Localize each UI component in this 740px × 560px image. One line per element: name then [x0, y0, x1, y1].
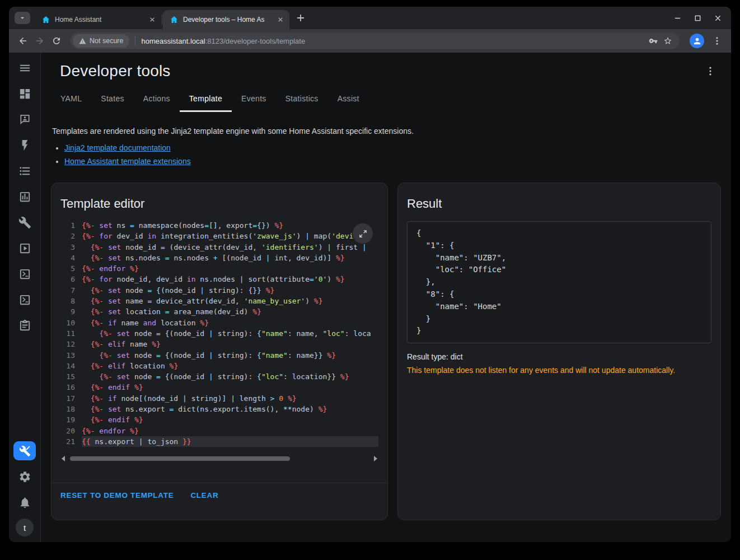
result-card: Result { "1": { "name": "UZB7", "loc": "… [397, 183, 721, 520]
tab-close-icon[interactable] [276, 15, 285, 24]
code-line[interactable]: 15 {%- set node = {(node_id | string): {… [60, 371, 378, 382]
code-line[interactable]: 12 {%- elif name %} [60, 339, 378, 349]
horizontal-scrollbar[interactable] [60, 455, 378, 463]
scroll-left-icon[interactable] [60, 455, 66, 462]
code-line[interactable]: 20{%- endfor %} [60, 426, 378, 436]
reset-demo-template-button[interactable]: RESET TO DEMO TEMPLATE [60, 491, 174, 500]
user-avatar[interactable]: t [16, 519, 34, 536]
line-number: 7 [60, 285, 75, 296]
template-warning-text: This template does not listen for any ev… [407, 366, 711, 375]
jinja2-docs-link[interactable]: Jinja2 template documentation [64, 143, 171, 152]
code-line[interactable]: 21{{ ns.export | to_json }} [60, 436, 378, 447]
tab-states[interactable]: States [91, 87, 134, 112]
template-editor[interactable]: 1{%- set ns = namespace(nodes=[], export… [60, 220, 378, 447]
address-bar[interactable]: Not secure homeassistant.local:8123/deve… [71, 32, 680, 49]
scrollbar-thumb[interactable] [70, 456, 290, 461]
sidebar-item-todo[interactable] [9, 312, 40, 338]
developer-tools-tabs: YAML States Actions Template Events Stat… [41, 87, 731, 112]
code-line[interactable]: 14 {%- elif location %} [60, 361, 378, 371]
code-line[interactable]: 9 {%- set location = area_name(dev_id) %… [60, 306, 378, 317]
code-line[interactable]: 13 {%- set node = {(node_id | string): {… [60, 350, 378, 361]
sidebar-item-energy[interactable] [9, 132, 40, 158]
code-line[interactable]: 16 {%- endif %} [60, 382, 378, 393]
sidebar-item-history[interactable] [9, 184, 40, 209]
editor-title: Template editor [51, 183, 387, 219]
expand-editor-button[interactable] [353, 223, 373, 244]
line-number: 5 [60, 263, 75, 274]
sidebar-item-settings[interactable] [9, 464, 40, 489]
code-line[interactable]: 18 {%- set ns.export = dict(ns.export.it… [60, 404, 378, 414]
line-number: 3 [60, 242, 75, 253]
tab-actions[interactable]: Actions [134, 87, 180, 112]
page-title: Developer tools [60, 62, 171, 80]
code-line[interactable]: 8 {%- set name = device_attr(dev_id, 'na… [60, 296, 378, 306]
window-close-button[interactable] [710, 10, 725, 26]
code-line[interactable]: 17 {%- if node[(node_id | string)] | len… [60, 393, 378, 404]
scroll-right-icon[interactable] [373, 455, 378, 462]
sidebar-item-logbook[interactable] [9, 158, 40, 184]
code-lines: 1{%- set ns = namespace(nodes=[], export… [60, 220, 378, 447]
person-icon [692, 36, 702, 46]
code-line[interactable]: 19 {%- endif %} [60, 414, 378, 425]
content-area: Templates are rendered using the Jinja2 … [41, 112, 731, 542]
line-number: 13 [60, 350, 75, 361]
sidebar-menu-button[interactable] [9, 55, 40, 81]
editor-actions: RESET TO DEMO TEMPLATE CLEAR [51, 483, 387, 520]
browser-profile-avatar[interactable] [690, 34, 704, 48]
browser-tab-developer-tools[interactable]: Developer tools – Home As [163, 10, 289, 29]
bookmark-button[interactable] [661, 34, 675, 48]
code-line[interactable]: 5{%- endfor %} [60, 263, 378, 274]
tab-statistics[interactable]: Statistics [276, 87, 328, 112]
passwords-button[interactable] [646, 34, 661, 48]
sidebar-item-assist[interactable] [9, 106, 40, 132]
tab-close-icon[interactable] [148, 15, 157, 24]
window-minimize-button[interactable] [669, 10, 685, 26]
line-number: 14 [60, 361, 75, 371]
tab-search-button[interactable] [15, 12, 30, 24]
sidebar-item-services[interactable] [9, 209, 40, 235]
line-number: 16 [60, 382, 75, 393]
code-line[interactable]: 11 {%- set node = {(node_id | string): {… [60, 328, 378, 339]
sidebar-item-terminal[interactable] [9, 261, 40, 287]
code-line[interactable]: 10 {%- if name and location %} [60, 318, 378, 328]
url-path: :8123/developer-tools/template [205, 37, 306, 45]
window-maximize-button[interactable] [690, 10, 705, 26]
browser-menu-button[interactable] [709, 32, 725, 49]
tab-yaml[interactable]: YAML [51, 87, 91, 112]
scrollbar-track[interactable] [69, 456, 370, 461]
sidebar-item-overview[interactable] [9, 81, 40, 106]
sidebar-item-notifications[interactable] [9, 489, 40, 515]
sidebar-item-media[interactable] [9, 235, 40, 261]
ha-header: Developer tools [41, 53, 731, 81]
line-number: 4 [60, 253, 75, 263]
list-icon [18, 165, 31, 178]
sidebar-item-developer-tools[interactable] [9, 438, 40, 464]
forward-button[interactable] [31, 32, 48, 49]
code-line[interactable]: 6{%- for node_id, dev_id in ns.nodes | s… [60, 274, 378, 284]
reload-button[interactable] [48, 32, 65, 49]
code-line[interactable]: 2{%- for dev_id in integration_entities(… [60, 231, 378, 241]
code-line[interactable]: 4 {%- set ns.nodes = ns.nodes + [(node_i… [60, 253, 378, 263]
tab-assist[interactable]: Assist [328, 87, 369, 112]
browser-tab-home-assistant[interactable]: Home Assistant [35, 10, 161, 29]
line-number: 21 [60, 436, 75, 447]
new-tab-button[interactable] [293, 10, 308, 26]
sidebar-item-terminal-2[interactable] [9, 287, 40, 312]
overflow-menu-button[interactable] [701, 62, 720, 81]
back-button[interactable] [15, 32, 31, 49]
result-title: Result [398, 183, 720, 219]
code-line[interactable]: 1{%- set ns = namespace(nodes=[], export… [60, 220, 378, 231]
line-number: 18 [60, 404, 75, 414]
menu-icon [18, 62, 31, 74]
sidebar: t [9, 53, 41, 542]
code-line[interactable]: 3 {%- set node_id = (device_attr(dev_id,… [60, 242, 378, 253]
clear-button[interactable]: CLEAR [190, 491, 218, 500]
tab-events[interactable]: Events [232, 87, 276, 112]
security-chip[interactable]: Not secure [73, 34, 129, 48]
ha-template-extensions-link[interactable]: Home Assistant template extensions [64, 157, 191, 166]
terminal-icon [18, 293, 31, 306]
tab-template[interactable]: Template [180, 87, 232, 112]
url-host: homeassistant.local [141, 37, 205, 45]
code-line[interactable]: 7 {%- set node = {(node_id | string): {}… [60, 285, 378, 296]
line-number: 1 [60, 220, 75, 231]
